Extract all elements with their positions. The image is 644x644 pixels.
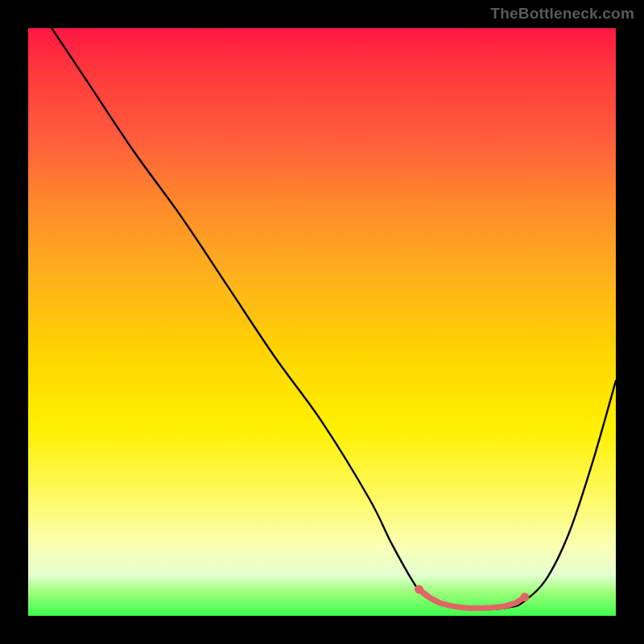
bottleneck-curve-path (52, 28, 616, 609)
optimal-range-line (419, 589, 524, 608)
chart-frame: TheBottleneck.com (0, 0, 644, 644)
optimal-range-markers (415, 585, 529, 609)
plot-gradient-area (28, 28, 616, 616)
optimal-range-start-dot (415, 585, 423, 594)
optimal-range-end-dot (520, 592, 529, 601)
bottleneck-curve-svg (28, 28, 616, 616)
watermark-text: TheBottleneck.com (490, 5, 634, 23)
